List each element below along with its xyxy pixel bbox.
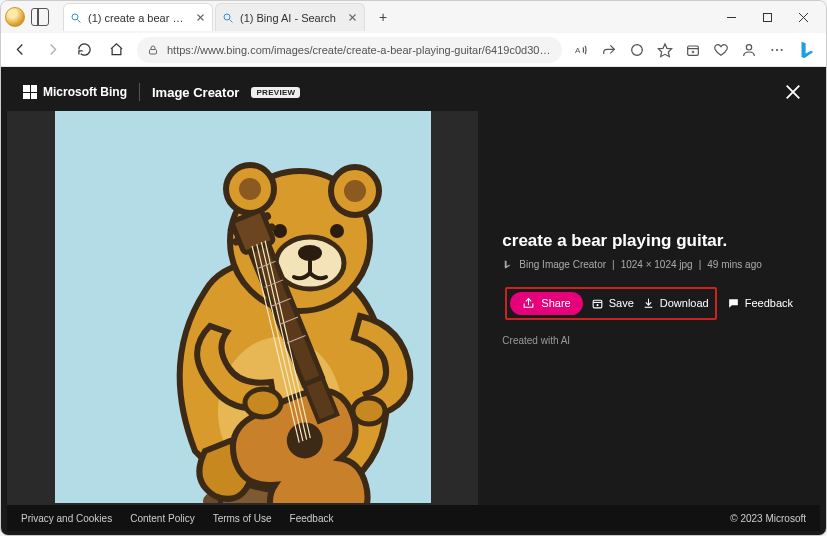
svg-line-1 xyxy=(78,19,81,22)
svg-text:A: A xyxy=(575,45,581,54)
window-minimize-button[interactable] xyxy=(718,4,744,30)
search-icon xyxy=(70,12,82,24)
svg-point-56 xyxy=(353,398,385,424)
page-footer: Privacy and Cookies Content Policy Terms… xyxy=(7,505,820,531)
nav-refresh-button[interactable] xyxy=(73,39,95,61)
collections-icon[interactable] xyxy=(684,41,702,59)
page-content: Microsoft Bing Image Creator PREVIEW xyxy=(1,67,826,536)
prompt-text: create a bear playing guitar. xyxy=(502,231,796,251)
feedback-button[interactable]: Feedback xyxy=(727,297,793,310)
svg-marker-15 xyxy=(658,44,671,57)
footer-privacy-link[interactable]: Privacy and Cookies xyxy=(21,513,112,524)
microsoft-logo-icon xyxy=(23,85,37,99)
svg-rect-12 xyxy=(150,49,157,54)
feedback-icon xyxy=(727,297,740,310)
heart-icon[interactable] xyxy=(712,41,730,59)
svg-point-20 xyxy=(746,44,751,49)
favorites-icon[interactable] xyxy=(656,41,674,59)
download-button[interactable]: Download xyxy=(642,297,709,310)
browser-tab-active[interactable]: (1) create a bear playing guitar - xyxy=(63,3,213,31)
read-aloud-icon[interactable]: A xyxy=(572,41,590,59)
tab-overview-icon[interactable] xyxy=(31,8,49,26)
svg-point-22 xyxy=(776,48,778,50)
tab-close-icon[interactable] xyxy=(194,12,206,24)
tab-close-icon[interactable] xyxy=(346,12,358,24)
divider xyxy=(139,83,140,101)
svg-point-4 xyxy=(224,14,230,20)
download-icon xyxy=(642,297,655,310)
generated-image-panel xyxy=(7,111,478,505)
svg-point-37 xyxy=(330,224,344,238)
meta-dimensions: 1024 × 1024 jpg xyxy=(621,259,693,270)
microsoft-bing-logo[interactable]: Microsoft Bing xyxy=(23,85,127,99)
brand-text: Microsoft Bing xyxy=(43,85,127,99)
highlighted-actions: Share Save Download xyxy=(505,287,716,320)
save-button[interactable]: Save xyxy=(591,297,634,310)
svg-rect-16 xyxy=(688,46,699,55)
svg-point-0 xyxy=(72,14,78,20)
tab-label: (1) create a bear playing guitar - xyxy=(88,12,188,24)
footer-terms-link[interactable]: Terms of Use xyxy=(213,513,272,524)
image-meta: Bing Image Creator | 1024 × 1024 jpg | 4… xyxy=(502,259,796,270)
nav-forward-button[interactable] xyxy=(41,39,63,61)
meta-age: 49 mins ago xyxy=(707,259,761,270)
window-titlebar: (1) create a bear playing guitar - (1) B… xyxy=(1,1,826,33)
nav-back-button[interactable] xyxy=(9,39,31,61)
bing-sidebar-icon[interactable] xyxy=(796,39,818,61)
svg-point-23 xyxy=(781,48,783,50)
url-text: https://www.bing.com/images/create/creat… xyxy=(167,44,552,56)
save-icon xyxy=(591,297,604,310)
image-actions: Share Save Download Feedback xyxy=(502,284,796,323)
svg-point-55 xyxy=(245,389,281,417)
address-bar[interactable]: https://www.bing.com/images/create/creat… xyxy=(137,37,562,63)
svg-point-31 xyxy=(239,178,261,200)
new-tab-button[interactable]: + xyxy=(371,5,395,29)
meta-source: Bing Image Creator xyxy=(519,259,606,270)
svg-rect-9 xyxy=(763,13,771,21)
nav-home-button[interactable] xyxy=(105,39,127,61)
generated-image[interactable] xyxy=(55,111,431,503)
browser-toolbar: https://www.bing.com/images/create/creat… xyxy=(1,33,826,67)
footer-content-policy-link[interactable]: Content Policy xyxy=(130,513,194,524)
account-icon[interactable] xyxy=(740,41,758,59)
svg-point-21 xyxy=(771,48,773,50)
share-icon xyxy=(522,297,535,310)
svg-point-33 xyxy=(344,180,366,202)
lock-icon xyxy=(147,44,159,56)
share-button[interactable]: Share xyxy=(510,292,582,315)
svg-line-5 xyxy=(230,19,233,22)
window-close-button[interactable] xyxy=(790,4,816,30)
extensions-icon[interactable] xyxy=(628,41,646,59)
bing-icon xyxy=(502,259,513,270)
preview-badge: PREVIEW xyxy=(251,87,300,98)
window-maximize-button[interactable] xyxy=(754,4,780,30)
profile-avatar[interactable] xyxy=(5,7,25,27)
tab-label: (1) Bing AI - Search xyxy=(240,12,340,24)
search-icon xyxy=(222,12,234,24)
more-icon[interactable] xyxy=(768,41,786,59)
footer-feedback-link[interactable]: Feedback xyxy=(290,513,334,524)
enter-url-icon[interactable] xyxy=(600,41,618,59)
product-title[interactable]: Image Creator xyxy=(152,85,239,100)
image-info-panel: create a bear playing guitar. Bing Image… xyxy=(478,91,820,485)
svg-point-35 xyxy=(298,245,322,261)
created-with-ai-label: Created with AI xyxy=(502,335,796,346)
footer-copyright: © 2023 Microsoft xyxy=(730,513,806,524)
browser-tab[interactable]: (1) Bing AI - Search xyxy=(215,3,365,31)
